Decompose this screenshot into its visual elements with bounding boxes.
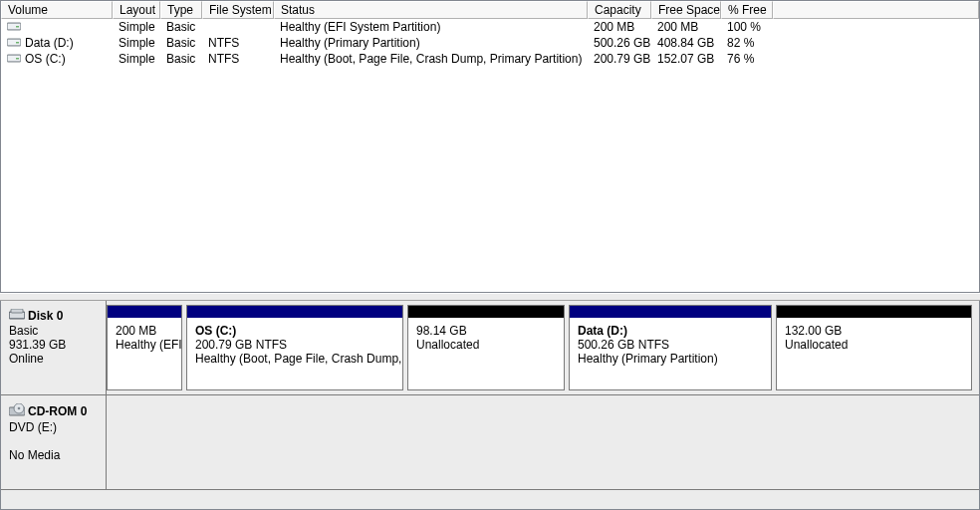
svg-rect-10 — [10, 313, 24, 318]
cell-type: Basic — [160, 52, 202, 66]
partition-box[interactable]: 200 MBHealthy (EFI System Partition) — [107, 305, 182, 390]
cell-freespace: 200 MB — [651, 20, 721, 34]
graphical-pane-remainder — [1, 490, 979, 509]
optical-drive-icon — [9, 403, 25, 420]
disk-row-cdrom0[interactable]: CD-ROM 0 DVD (E:) No Media — [1, 395, 979, 490]
disk0-state: Online — [9, 352, 44, 366]
volume-drive-icon — [7, 52, 21, 66]
cdrom-strip — [107, 395, 979, 489]
partition-title: Data (D:) — [578, 324, 627, 338]
partition-size: 132.00 GB — [785, 324, 842, 338]
svg-rect-11 — [11, 309, 23, 313]
partition-hat — [570, 306, 771, 318]
partition-hat — [777, 306, 971, 318]
partition-body: 98.14 GBUnallocated — [408, 318, 564, 358]
disk-info-disk0: Disk 0 Basic 931.39 GB Online — [1, 301, 107, 394]
cell-filesystem: NTFS — [202, 36, 274, 50]
cell-volume: OS (C:) — [1, 52, 113, 67]
cell-pctfree: 100 % — [721, 20, 773, 34]
cell-volume — [1, 20, 113, 35]
partition-size: 98.14 GB — [416, 324, 467, 338]
col-header-filesystem[interactable]: File System — [202, 1, 274, 19]
cell-volume: Data (D:) — [1, 36, 113, 51]
pane-splitter[interactable] — [0, 293, 980, 301]
disk-info-cdrom0: CD-ROM 0 DVD (E:) No Media — [1, 395, 107, 489]
disk0-title: Disk 0 — [28, 309, 63, 323]
col-header-capacity[interactable]: Capacity — [588, 1, 651, 19]
cdrom-title: CD-ROM 0 — [28, 404, 87, 418]
partition-box[interactable]: OS (C:)200.79 GB NTFSHealthy (Boot, Page… — [186, 305, 403, 390]
partition-body: OS (C:)200.79 GB NTFSHealthy (Boot, Page… — [187, 318, 402, 372]
col-header-pctfree[interactable]: % Free — [721, 1, 773, 19]
col-header-type[interactable]: Type — [160, 1, 202, 19]
cell-freespace: 152.07 GB — [651, 52, 721, 66]
cell-capacity: 200.79 GB — [588, 52, 651, 66]
cell-layout: Simple — [113, 52, 160, 66]
partition-status: Healthy (EFI System Partition) — [116, 338, 181, 352]
svg-rect-5 — [16, 42, 19, 44]
partition-hat — [108, 306, 181, 318]
partition-title: OS (C:) — [195, 324, 236, 338]
volume-name: Data (D:) — [25, 36, 74, 50]
volume-row[interactable]: SimpleBasicHealthy (EFI System Partition… — [1, 19, 979, 35]
partition-size: 200 MB — [116, 324, 156, 338]
partition-status: Healthy (Primary Partition) — [578, 352, 718, 366]
disk0-size: 931.39 GB — [9, 338, 66, 352]
partition-body: 200 MBHealthy (EFI System Partition) — [108, 318, 181, 358]
disk0-kind: Basic — [9, 324, 38, 338]
partition-status: Unallocated — [416, 338, 479, 352]
partition-hat — [408, 306, 564, 318]
partition-status: Healthy (Boot, Page File, Crash Dump, Pr… — [195, 352, 402, 366]
partition-box[interactable]: 98.14 GBUnallocated — [407, 305, 565, 390]
partition-size: 500.26 GB NTFS — [578, 338, 669, 352]
partition-hat — [187, 306, 402, 318]
partition-body: 132.00 GBUnallocated — [777, 318, 971, 358]
disk-icon — [9, 309, 25, 324]
svg-rect-2 — [16, 26, 19, 28]
disk-graphical-pane: Disk 0 Basic 931.39 GB Online 200 MBHeal… — [0, 301, 980, 510]
cell-type: Basic — [160, 36, 202, 50]
col-header-layout[interactable]: Layout — [113, 1, 160, 19]
volume-drive-icon — [7, 36, 21, 50]
cell-capacity: 200 MB — [588, 20, 651, 34]
cell-layout: Simple — [113, 20, 160, 34]
svg-rect-8 — [16, 58, 19, 60]
cell-status: Healthy (Primary Partition) — [274, 36, 588, 50]
col-header-status[interactable]: Status — [274, 1, 588, 19]
disk-row-disk0[interactable]: Disk 0 Basic 931.39 GB Online 200 MBHeal… — [1, 301, 979, 395]
cell-status: Healthy (EFI System Partition) — [274, 20, 588, 34]
partition-body: Data (D:)500.26 GB NTFSHealthy (Primary … — [570, 318, 771, 372]
cdrom-line2: DVD (E:) — [9, 420, 57, 434]
column-header-row: Volume Layout Type File System Status Ca… — [1, 1, 979, 19]
volume-drive-icon — [7, 20, 21, 34]
cell-status: Healthy (Boot, Page File, Crash Dump, Pr… — [274, 52, 588, 66]
volume-name: OS (C:) — [25, 52, 66, 66]
volume-list-pane: Volume Layout Type File System Status Ca… — [0, 0, 980, 293]
cell-capacity: 500.26 GB — [588, 36, 651, 50]
disk0-partition-strip: 200 MBHealthy (EFI System Partition)OS (… — [107, 301, 979, 394]
cell-type: Basic — [160, 20, 202, 34]
svg-point-14 — [18, 407, 21, 410]
cell-filesystem: NTFS — [202, 52, 274, 66]
cell-pctfree: 76 % — [721, 52, 773, 66]
partition-size: 200.79 GB NTFS — [195, 338, 287, 352]
volume-list-body: SimpleBasicHealthy (EFI System Partition… — [1, 19, 979, 292]
col-header-spacer — [773, 1, 979, 19]
partition-box[interactable]: 132.00 GBUnallocated — [776, 305, 972, 390]
volume-row[interactable]: OS (C:)SimpleBasicNTFSHealthy (Boot, Pag… — [1, 51, 979, 67]
cell-pctfree: 82 % — [721, 36, 773, 50]
partition-status: Unallocated — [785, 338, 848, 352]
cell-freespace: 408.84 GB — [651, 36, 721, 50]
col-header-volume[interactable]: Volume — [1, 1, 113, 19]
volume-row[interactable]: Data (D:)SimpleBasicNTFSHealthy (Primary… — [1, 35, 979, 51]
partition-box[interactable]: Data (D:)500.26 GB NTFSHealthy (Primary … — [569, 305, 772, 390]
col-header-freespace[interactable]: Free Space — [651, 1, 721, 19]
cdrom-line3: No Media — [9, 448, 60, 462]
cell-layout: Simple — [113, 36, 160, 50]
